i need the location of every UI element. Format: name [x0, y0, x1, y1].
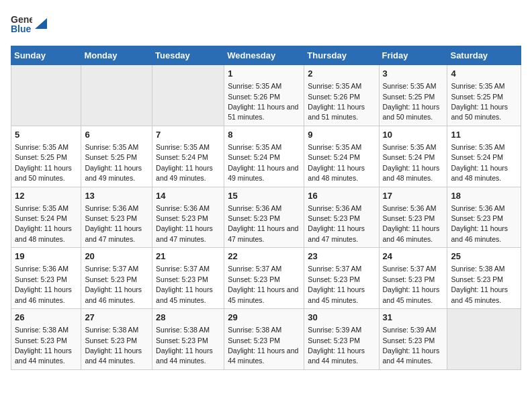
calendar-cell: 21Sunrise: 5:37 AMSunset: 5:23 PMDayligh…: [152, 248, 224, 309]
weekday-header-monday: Monday: [81, 46, 152, 65]
calendar-cell: [447, 309, 521, 370]
daylight-text: Daylight: 11 hours and 48 minutes.: [308, 164, 365, 182]
day-number: 12: [15, 190, 77, 202]
day-number: 19: [15, 250, 77, 263]
day-number: 1: [228, 68, 300, 80]
sunset-text: Sunset: 5:24 PM: [228, 153, 280, 161]
logo-triangle-icon: [34, 15, 48, 30]
calendar-cell: 11Sunrise: 5:35 AMSunset: 5:24 PMDayligh…: [447, 126, 521, 187]
calendar-cell: 18Sunrise: 5:36 AMSunset: 5:23 PMDayligh…: [447, 187, 521, 248]
daylight-text: Daylight: 11 hours and 46 minutes.: [15, 285, 72, 304]
day-number: 25: [451, 250, 517, 263]
daylight-text: Daylight: 11 hours and 44 minutes.: [15, 347, 72, 365]
sunset-text: Sunset: 5:23 PM: [308, 275, 360, 283]
calendar-cell: 20Sunrise: 5:37 AMSunset: 5:23 PMDayligh…: [81, 248, 152, 309]
page-header: General Blue: [11, 11, 521, 38]
daylight-text: Daylight: 11 hours and 47 minutes.: [156, 224, 213, 242]
sunset-text: Sunset: 5:24 PM: [15, 214, 67, 222]
sunrise-text: Sunrise: 5:37 AM: [156, 265, 210, 273]
daylight-text: Daylight: 11 hours and 49 minutes.: [156, 164, 213, 182]
sunrise-text: Sunrise: 5:39 AM: [308, 326, 361, 334]
sunrise-text: Sunrise: 5:37 AM: [383, 265, 437, 273]
day-number: 6: [85, 129, 148, 141]
day-number: 5: [15, 129, 77, 141]
daylight-text: Daylight: 11 hours and 46 minutes.: [85, 285, 142, 304]
day-number: 13: [85, 190, 148, 202]
sunset-text: Sunset: 5:25 PM: [383, 93, 435, 101]
sunrise-text: Sunrise: 5:35 AM: [383, 82, 437, 90]
daylight-text: Daylight: 11 hours and 47 minutes.: [228, 224, 298, 242]
logo: General Blue: [11, 11, 48, 38]
day-number: 9: [308, 129, 375, 141]
daylight-text: Daylight: 11 hours and 44 minutes.: [156, 347, 213, 365]
logo-icon: General Blue: [11, 11, 32, 35]
weekday-header-thursday: Thursday: [304, 46, 379, 65]
calendar-cell: 10Sunrise: 5:35 AMSunset: 5:24 PMDayligh…: [379, 126, 447, 187]
day-number: 15: [228, 190, 300, 202]
daylight-text: Daylight: 11 hours and 46 minutes.: [383, 224, 440, 242]
calendar-cell: 5Sunrise: 5:35 AMSunset: 5:25 PMDaylight…: [11, 126, 81, 187]
sunset-text: Sunset: 5:23 PM: [451, 214, 503, 222]
sunrise-text: Sunrise: 5:35 AM: [228, 82, 281, 90]
sunrise-text: Sunrise: 5:38 AM: [85, 326, 138, 334]
daylight-text: Daylight: 11 hours and 44 minutes.: [85, 347, 142, 365]
day-number: 3: [383, 68, 444, 80]
daylight-text: Daylight: 11 hours and 51 minutes.: [308, 103, 365, 121]
daylight-text: Daylight: 11 hours and 45 minutes.: [451, 285, 508, 304]
sunrise-text: Sunrise: 5:39 AM: [383, 326, 437, 334]
calendar-cell: 26Sunrise: 5:38 AMSunset: 5:23 PMDayligh…: [11, 309, 81, 370]
day-number: 16: [308, 190, 375, 202]
daylight-text: Daylight: 11 hours and 48 minutes.: [451, 164, 508, 182]
day-number: 29: [228, 312, 300, 324]
daylight-text: Daylight: 11 hours and 44 minutes.: [308, 347, 365, 365]
day-number: 28: [156, 312, 220, 324]
calendar-week-3: 12Sunrise: 5:35 AMSunset: 5:24 PMDayligh…: [11, 187, 521, 248]
day-number: 18: [451, 190, 517, 202]
sunset-text: Sunset: 5:23 PM: [308, 214, 360, 222]
day-number: 30: [308, 312, 375, 324]
daylight-text: Daylight: 11 hours and 49 minutes.: [85, 164, 142, 182]
weekday-header-friday: Friday: [379, 46, 447, 65]
day-number: 31: [383, 312, 444, 324]
calendar-cell: 6Sunrise: 5:35 AMSunset: 5:25 PMDaylight…: [81, 126, 152, 187]
daylight-text: Daylight: 11 hours and 48 minutes.: [383, 164, 440, 182]
calendar-cell: 30Sunrise: 5:39 AMSunset: 5:23 PMDayligh…: [304, 309, 379, 370]
calendar-cell: 19Sunrise: 5:36 AMSunset: 5:23 PMDayligh…: [11, 248, 81, 309]
daylight-text: Daylight: 11 hours and 46 minutes.: [451, 224, 508, 242]
calendar-cell: 7Sunrise: 5:35 AMSunset: 5:24 PMDaylight…: [152, 126, 224, 187]
sunset-text: Sunset: 5:23 PM: [15, 336, 67, 345]
sunrise-text: Sunrise: 5:38 AM: [15, 326, 69, 334]
day-number: 21: [156, 250, 220, 263]
calendar-table: SundayMondayTuesdayWednesdayThursdayFrid…: [11, 46, 521, 370]
calendar-week-5: 26Sunrise: 5:38 AMSunset: 5:23 PMDayligh…: [11, 309, 521, 370]
calendar-cell: 22Sunrise: 5:37 AMSunset: 5:23 PMDayligh…: [224, 248, 304, 309]
sunset-text: Sunset: 5:23 PM: [156, 336, 208, 345]
day-number: 17: [383, 190, 444, 202]
day-number: 24: [383, 250, 444, 263]
sunrise-text: Sunrise: 5:36 AM: [383, 204, 437, 212]
sunset-text: Sunset: 5:24 PM: [451, 153, 503, 161]
sunset-text: Sunset: 5:23 PM: [383, 275, 435, 283]
sunset-text: Sunset: 5:23 PM: [85, 214, 137, 222]
calendar-cell: 9Sunrise: 5:35 AMSunset: 5:24 PMDaylight…: [304, 126, 379, 187]
calendar-cell: 14Sunrise: 5:36 AMSunset: 5:23 PMDayligh…: [152, 187, 224, 248]
daylight-text: Daylight: 11 hours and 50 minutes.: [15, 164, 72, 182]
day-number: 8: [228, 129, 300, 141]
weekday-header-sunday: Sunday: [11, 46, 81, 65]
calendar-cell: [152, 65, 224, 126]
sunrise-text: Sunrise: 5:35 AM: [85, 143, 138, 151]
calendar-cell: 24Sunrise: 5:37 AMSunset: 5:23 PMDayligh…: [379, 248, 447, 309]
sunrise-text: Sunrise: 5:36 AM: [451, 204, 504, 212]
calendar-cell: 13Sunrise: 5:36 AMSunset: 5:23 PMDayligh…: [81, 187, 152, 248]
calendar-cell: 15Sunrise: 5:36 AMSunset: 5:23 PMDayligh…: [224, 187, 304, 248]
calendar-week-2: 5Sunrise: 5:35 AMSunset: 5:25 PMDaylight…: [11, 126, 521, 187]
sunset-text: Sunset: 5:25 PM: [451, 93, 503, 101]
sunrise-text: Sunrise: 5:35 AM: [228, 143, 281, 151]
sunset-text: Sunset: 5:23 PM: [15, 275, 67, 283]
daylight-text: Daylight: 11 hours and 45 minutes.: [156, 285, 213, 304]
calendar-cell: 16Sunrise: 5:36 AMSunset: 5:23 PMDayligh…: [304, 187, 379, 248]
calendar-cell: 4Sunrise: 5:35 AMSunset: 5:25 PMDaylight…: [447, 65, 521, 126]
day-number: 11: [451, 129, 517, 141]
sunrise-text: Sunrise: 5:35 AM: [308, 143, 361, 151]
sunrise-text: Sunrise: 5:36 AM: [85, 204, 138, 212]
